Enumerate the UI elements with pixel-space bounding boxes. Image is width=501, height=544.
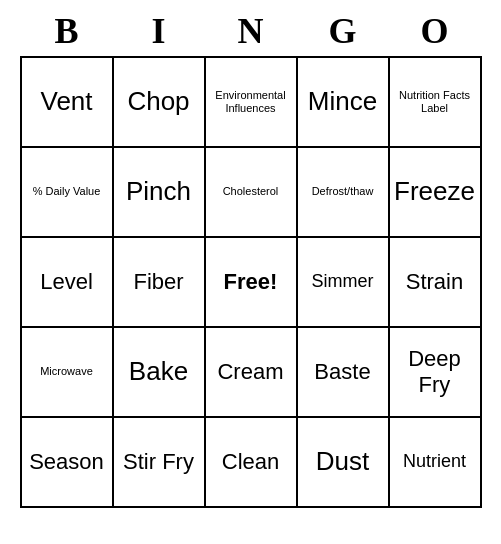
- cell-text-10: Level: [40, 269, 93, 295]
- cell-text-7: Cholesterol: [223, 185, 279, 198]
- cell-text-18: Baste: [314, 359, 370, 385]
- cell-text-20: Season: [29, 449, 104, 475]
- bingo-cell-20: Season: [22, 418, 114, 508]
- cell-text-3: Mince: [308, 86, 377, 117]
- bingo-cell-8: Defrost/thaw: [298, 148, 390, 238]
- cell-text-19: Deep Fry: [394, 346, 476, 399]
- bingo-cell-15: Microwave: [22, 328, 114, 418]
- bingo-cell-5: % Daily Value: [22, 148, 114, 238]
- bingo-cell-22: Clean: [206, 418, 298, 508]
- bingo-cell-23: Dust: [298, 418, 390, 508]
- cell-text-6: Pinch: [126, 176, 191, 207]
- bingo-cell-14: Strain: [390, 238, 482, 328]
- bingo-grid: VentChopEnvironmental InfluencesMinceNut…: [20, 56, 482, 508]
- bingo-cell-1: Chop: [114, 58, 206, 148]
- cell-text-14: Strain: [406, 269, 463, 295]
- bingo-cell-24: Nutrient: [390, 418, 482, 508]
- letter-b: B: [21, 10, 113, 52]
- letter-i: I: [113, 10, 205, 52]
- cell-text-17: Cream: [217, 359, 283, 385]
- bingo-cell-19: Deep Fry: [390, 328, 482, 418]
- bingo-cell-6: Pinch: [114, 148, 206, 238]
- cell-text-9: Freeze: [394, 176, 475, 207]
- cell-text-11: Fiber: [133, 269, 183, 295]
- bingo-cell-10: Level: [22, 238, 114, 328]
- bingo-cell-3: Mince: [298, 58, 390, 148]
- bingo-cell-13: Simmer: [298, 238, 390, 328]
- cell-text-15: Microwave: [40, 365, 93, 378]
- cell-text-5: % Daily Value: [33, 185, 101, 198]
- cell-text-16: Bake: [129, 356, 188, 387]
- letter-n: N: [205, 10, 297, 52]
- bingo-header: B I N G O: [21, 10, 481, 52]
- cell-text-24: Nutrient: [403, 451, 466, 473]
- bingo-cell-21: Stir Fry: [114, 418, 206, 508]
- bingo-cell-2: Environmental Influences: [206, 58, 298, 148]
- letter-g: G: [297, 10, 389, 52]
- bingo-cell-4: Nutrition Facts Label: [390, 58, 482, 148]
- bingo-cell-12: Free!: [206, 238, 298, 328]
- cell-text-22: Clean: [222, 449, 279, 475]
- letter-o: O: [389, 10, 481, 52]
- cell-text-21: Stir Fry: [123, 449, 194, 475]
- cell-text-23: Dust: [316, 446, 369, 477]
- bingo-cell-16: Bake: [114, 328, 206, 418]
- cell-text-12: Free!: [224, 269, 278, 295]
- cell-text-13: Simmer: [312, 271, 374, 293]
- bingo-cell-17: Cream: [206, 328, 298, 418]
- cell-text-2: Environmental Influences: [210, 89, 292, 115]
- cell-text-1: Chop: [127, 86, 189, 117]
- bingo-cell-9: Freeze: [390, 148, 482, 238]
- cell-text-0: Vent: [40, 86, 92, 117]
- cell-text-8: Defrost/thaw: [312, 185, 374, 198]
- bingo-cell-18: Baste: [298, 328, 390, 418]
- bingo-cell-11: Fiber: [114, 238, 206, 328]
- bingo-cell-7: Cholesterol: [206, 148, 298, 238]
- bingo-cell-0: Vent: [22, 58, 114, 148]
- cell-text-4: Nutrition Facts Label: [394, 89, 476, 115]
